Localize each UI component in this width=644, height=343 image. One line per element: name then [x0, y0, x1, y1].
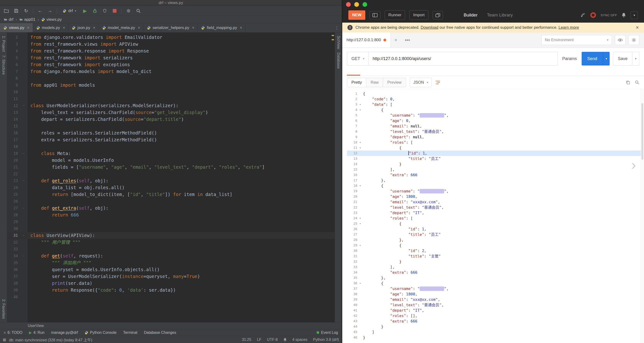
response-line-1[interactable]: 1{ [347, 91, 644, 96]
code-line-3[interactable]: 3from rest_framework.views import APIVie… [7, 41, 335, 48]
response-line-24[interactable]: 24▾ "roles": [ [347, 216, 644, 221]
response-line-14[interactable]: 14 } [347, 161, 644, 167]
line-number[interactable]: 26 [7, 198, 20, 205]
header-menu-chevron[interactable]: ▾ [630, 11, 638, 19]
params-button[interactable]: Params [558, 56, 582, 61]
line-number[interactable]: 18 [7, 143, 20, 150]
line-number[interactable]: 12 [7, 102, 20, 109]
response-line-12[interactable]: 12 "id": 1, [347, 151, 644, 156]
response-line-6[interactable]: 6 "age": 0, [347, 118, 644, 123]
import-button[interactable]: Import [409, 10, 428, 20]
response-line-23[interactable]: 23 "depart": "IT", [347, 210, 644, 216]
line-number[interactable]: 38 [7, 280, 20, 287]
toolwindow-database-changes[interactable]: Database Changes [144, 330, 176, 335]
line-number[interactable]: 16 [347, 172, 357, 178]
response-body[interactable]: 1{2 "code": 0,3▾ "data": [4▾ {5 "usernam… [342, 89, 644, 343]
response-view-preview[interactable]: Preview [383, 78, 406, 87]
line-number[interactable]: 36 [347, 280, 357, 286]
code-line-10[interactable]: 10 [7, 89, 335, 95]
beautify-icon[interactable] [436, 81, 440, 84]
response-line-19[interactable]: 19 "username": "", [347, 188, 644, 194]
toolwindow-toggle-icon[interactable]: ▦ [3, 337, 6, 342]
copy-response-icon[interactable] [626, 80, 630, 85]
editor-tabs-options-icon[interactable]: ⋮ [332, 23, 342, 32]
sync-status-icon[interactable] [590, 12, 596, 18]
line-number[interactable]: 45 [347, 329, 357, 335]
tab-team-library[interactable]: Team Library [487, 13, 513, 18]
tab-model_meta.py[interactable]: model_meta.py× [99, 23, 144, 32]
response-line-31[interactable]: 31 "title": "主管" [347, 253, 644, 259]
line-number[interactable]: 4 [347, 107, 357, 113]
response-line-15[interactable]: 15 ], [347, 167, 644, 172]
code-line-20[interactable]: 20 model = models.UserInfo [7, 157, 335, 164]
send-options-chevron[interactable]: ▾ [603, 52, 610, 66]
line-number[interactable]: 39 [7, 287, 20, 293]
response-line-41[interactable]: 41 "depart": "IT", [347, 308, 644, 313]
code-line-13[interactable]: 13 level_text = serializers.CharField(so… [7, 109, 335, 116]
line-number[interactable]: 17 [7, 136, 20, 143]
line-number[interactable]: 8 [347, 129, 357, 134]
response-line-26[interactable]: 26 "id": 1, [347, 226, 644, 232]
request-tab[interactable]: http://127.0.0.1:800 [342, 33, 391, 47]
sidebar-toggle-chevron[interactable]: › [631, 158, 636, 172]
tool-stripe-button-1-Project[interactable]: 1: Project [2, 36, 6, 52]
response-line-25[interactable]: 25▾ { [347, 221, 644, 226]
line-number[interactable]: 41 [347, 308, 357, 313]
fold-marker[interactable]: − [20, 232, 28, 239]
code-line-38[interactable]: 38 print(ser.data) [7, 280, 335, 287]
code-line-23[interactable]: 23− def get_roles(self, obj): [7, 177, 335, 184]
line-number[interactable]: 15 [347, 167, 357, 172]
response-line-3[interactable]: 3▾ "data": [ [347, 102, 644, 107]
code-line-24[interactable]: 24 data_list = obj.roles.all() [7, 184, 335, 191]
code-line-35[interactable]: 35 """ 添加用户 """ [7, 259, 335, 266]
response-line-20[interactable]: 20 "age": 1800, [347, 194, 644, 199]
response-line-22[interactable]: 22 "level_text": "普通会员", [347, 205, 644, 210]
fold-marker[interactable]: ▾ [357, 183, 363, 188]
response-line-11[interactable]: 11▾ { [347, 145, 644, 151]
code-line-37[interactable]: 37 ser = UserModelSerializer(instance=qu… [7, 273, 335, 280]
code-line-7[interactable]: 7from django.forms.models import model_t… [7, 68, 335, 75]
code-line-33[interactable]: 33 [7, 246, 335, 252]
line-number[interactable]: 7 [7, 68, 20, 75]
close-tab-icon[interactable]: × [93, 26, 95, 30]
code-line-14[interactable]: 14 depart = serializers.CharField(source… [7, 116, 335, 123]
environment-quicklook-button[interactable] [615, 35, 626, 45]
response-line-35[interactable]: 35 }, [347, 275, 644, 280]
run-icon[interactable]: ▶ [82, 8, 88, 14]
line-number[interactable]: 11 [347, 145, 357, 151]
line-number[interactable]: 4 [7, 48, 20, 55]
line-number[interactable]: 14 [7, 116, 20, 123]
fold-marker[interactable]: ▾ [357, 107, 363, 113]
code-line-22[interactable]: 22 [7, 171, 335, 177]
fold-marker[interactable]: − [20, 102, 28, 109]
line-number[interactable]: 35 [347, 275, 357, 280]
tool-stripe-button-7-Structure[interactable]: 7: Structure [2, 55, 6, 75]
response-line-30[interactable]: 30 "id": 2, [347, 248, 644, 253]
response-line-28[interactable]: 28 }, [347, 237, 644, 243]
line-number[interactable]: 33 [347, 264, 357, 270]
line-number[interactable]: 27 [7, 205, 20, 212]
breadcrumb-member[interactable]: UserView [28, 324, 44, 328]
response-line-13[interactable]: 13 "title": "员工" [347, 156, 644, 161]
response-line-7[interactable]: 7 "email": null, [347, 123, 644, 129]
notifications-bell-icon[interactable] [284, 338, 287, 341]
line-number[interactable]: 37 [7, 273, 20, 280]
code-line-21[interactable]: 21 fields = ["username", "age", "email",… [7, 164, 335, 171]
close-tab-icon[interactable]: × [138, 26, 140, 30]
line-number[interactable]: 30 [7, 225, 20, 232]
runner-button[interactable]: Runner [384, 10, 405, 20]
send-button[interactable]: Send [582, 52, 603, 66]
tab-json.py[interactable]: json.py× [68, 23, 98, 32]
fold-marker[interactable]: − [20, 252, 28, 259]
fold-marker[interactable]: ▾ [357, 102, 363, 107]
response-line-8[interactable]: 8 "level_text": "普通会员", [347, 129, 644, 134]
toolwindow-python-console[interactable]: Python Console [84, 330, 116, 335]
response-line-29[interactable]: 29▾ { [347, 243, 644, 248]
line-number[interactable]: 2 [7, 34, 20, 41]
minimize-window-button[interactable] [354, 2, 359, 7]
scrollbar-track[interactable] [641, 89, 644, 343]
fold-marker[interactable]: ▾ [357, 243, 363, 248]
new-button[interactable]: NEW [348, 10, 365, 20]
line-number[interactable]: 39 [347, 297, 357, 302]
tool-stripe-button-Database[interactable]: Database [336, 53, 340, 69]
